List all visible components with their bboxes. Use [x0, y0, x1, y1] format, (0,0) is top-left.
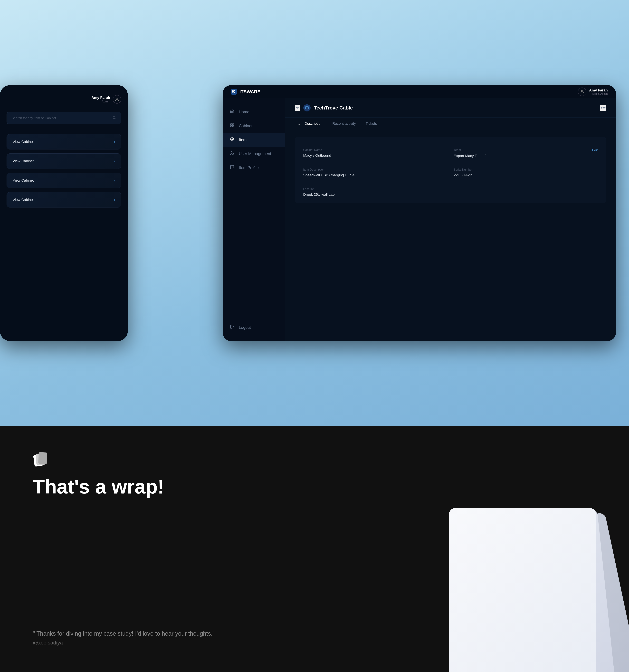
- item-title-area: TechTrove Cable: [303, 104, 353, 112]
- logo-icon: [231, 89, 237, 95]
- sidebar-logout-label: Logout: [239, 325, 251, 330]
- items-icon: [229, 137, 235, 142]
- svg-point-0: [116, 98, 118, 99]
- item-header-left: TechTrove Cable: [295, 104, 353, 112]
- item-tabs: Item Description Recent activity Tickets: [285, 118, 616, 130]
- item-description-label: Item Description: [303, 168, 447, 171]
- svg-point-7: [581, 90, 583, 92]
- edit-button[interactable]: Edit: [592, 148, 598, 152]
- phone-search-bar[interactable]: Search for any item or Cabinet: [6, 112, 121, 124]
- svg-rect-5: [234, 92, 235, 93]
- item-description-value: Speedwall USB Charging Hub 4.0: [303, 173, 447, 177]
- phone-cabinet-item-4[interactable]: View Cabinet ›: [6, 192, 121, 208]
- logout-icon: [229, 325, 235, 330]
- phone-cabinet-arrow-4: ›: [114, 197, 115, 202]
- field-serial-number: Serial Number 22UIX442B: [454, 168, 598, 177]
- svg-rect-26: [38, 452, 48, 464]
- top-section: Amy Farah Admin Search for any item or C…: [0, 0, 629, 426]
- home-icon: [229, 109, 235, 115]
- sidebar-item-home[interactable]: Home: [223, 105, 285, 119]
- item-type-icon: [303, 104, 310, 112]
- svg-rect-21: [305, 106, 308, 109]
- detail-grid-2: Item Description Speedwall USB Charging …: [303, 168, 598, 177]
- app-logo: ITSWARE: [231, 89, 260, 95]
- tab-item-description[interactable]: Item Description: [295, 118, 324, 130]
- sidebar-label-items: Items: [239, 138, 249, 142]
- item-profile-icon: [229, 165, 235, 170]
- bottom-section: That's a wrap! " Thanks for diving into …: [0, 426, 629, 672]
- phone-header: Amy Farah Admin: [6, 95, 121, 103]
- desktop-mockup: ITSWARE Amy Farah Admin/Admin: [223, 85, 616, 341]
- svg-point-13: [232, 139, 233, 140]
- wrap-quote-handle: @xec.sadiya: [33, 640, 215, 646]
- desktop-top-bar: ITSWARE Amy Farah Admin/Admin: [223, 85, 616, 98]
- field-cabinet-name: Cabinet Name Macy's Outbound: [303, 148, 447, 158]
- tab-label-description: Item Description: [297, 121, 323, 125]
- field-team: Team Edit Export Macy Team 2: [454, 148, 598, 158]
- desktop-body: Home Cabinet: [223, 98, 616, 341]
- phone-user-info: Amy Farah Admin: [92, 95, 121, 103]
- item-header: TechTrove Cable •••: [285, 98, 616, 118]
- tab-recent-activity[interactable]: Recent activity: [331, 118, 357, 130]
- detail-divider-2: [303, 182, 598, 183]
- cabinet-name-label: Cabinet Name: [303, 148, 447, 152]
- phone-cabinet-label-1: View Cabinet: [12, 140, 34, 144]
- field-item-description: Item Description Speedwall USB Charging …: [303, 168, 447, 177]
- serial-number-value: 22UIX442B: [454, 173, 598, 177]
- back-button[interactable]: [295, 105, 300, 111]
- svg-rect-8: [230, 124, 232, 125]
- phone-cabinet-item-3[interactable]: View Cabinet ›: [6, 173, 121, 188]
- tab-label-tickets: Tickets: [366, 121, 377, 125]
- svg-rect-9: [232, 124, 234, 125]
- phone-user-role: Admin: [92, 100, 110, 103]
- team-label: Team: [454, 148, 461, 152]
- svg-rect-11: [232, 125, 234, 127]
- sidebar-label-cabinet: Cabinet: [239, 124, 252, 128]
- phone-avatar: [113, 95, 121, 103]
- wrap-quote: " Thanks for diving into my case study! …: [33, 630, 215, 646]
- field-location: Location Dreek 26U wall Lab: [303, 187, 598, 197]
- serial-number-label: Serial Number: [454, 168, 598, 171]
- sidebar-item-cabinet[interactable]: Cabinet: [223, 119, 285, 133]
- svg-rect-10: [230, 125, 232, 127]
- more-options-button[interactable]: •••: [600, 105, 606, 111]
- app-logo-text: ITSWARE: [240, 89, 260, 94]
- location-label: Location: [303, 187, 598, 191]
- phone-cabinet-arrow-1: ›: [114, 140, 115, 144]
- phone-cabinet-arrow-2: ›: [114, 159, 115, 163]
- more-options-icon: •••: [601, 105, 606, 111]
- desktop-avatar: [578, 88, 586, 96]
- sidebar-label-home: Home: [239, 110, 249, 114]
- desktop-user-name: Amy Farah: [589, 88, 608, 92]
- svg-rect-3: [232, 90, 233, 92]
- cabinet-name-value: Macy's Outbound: [303, 153, 447, 158]
- phone-cabinet-label-3: View Cabinet: [12, 178, 34, 183]
- folder-decoration: [432, 442, 629, 672]
- svg-point-18: [231, 151, 232, 153]
- desktop-user-role: Admin/Admin: [589, 92, 608, 95]
- item-detail-card: Cabinet Name Macy's Outbound Team Edit E…: [295, 137, 606, 203]
- sidebar-item-items[interactable]: Items: [223, 133, 285, 147]
- detail-grid-3: Location Dreek 26U wall Lab: [303, 187, 598, 197]
- phone-cabinet-item-2[interactable]: View Cabinet ›: [6, 153, 121, 169]
- search-icon: [112, 116, 116, 120]
- logout-button[interactable]: Logout: [223, 320, 285, 334]
- phone-mockup: Amy Farah Admin Search for any item or C…: [0, 85, 128, 341]
- item-detail-section: Cabinet Name Macy's Outbound Team Edit E…: [285, 130, 616, 210]
- folder-page-front: [449, 508, 596, 672]
- phone-cabinet-label-2: View Cabinet: [12, 159, 34, 163]
- sidebar-item-item-profile[interactable]: Item Profile: [223, 161, 285, 174]
- svg-point-1: [113, 116, 115, 119]
- wrap-quote-text: " Thanks for diving into my case study! …: [33, 630, 215, 637]
- detail-grid: Cabinet Name Macy's Outbound Team Edit E…: [303, 148, 598, 158]
- phone-cabinet-arrow-3: ›: [114, 178, 115, 183]
- tab-label-recent-activity: Recent activity: [332, 121, 356, 125]
- sidebar-item-user-management[interactable]: User Management: [223, 147, 285, 161]
- sidebar-logout: Logout: [223, 317, 285, 334]
- tab-tickets[interactable]: Tickets: [364, 118, 379, 130]
- svg-rect-4: [234, 90, 235, 91]
- phone-user-name: Amy Farah: [92, 96, 110, 100]
- svg-rect-6: [232, 92, 233, 93]
- desktop-user-info: Amy Farah Admin/Admin: [578, 88, 608, 96]
- phone-cabinet-item-1[interactable]: View Cabinet ›: [6, 134, 121, 149]
